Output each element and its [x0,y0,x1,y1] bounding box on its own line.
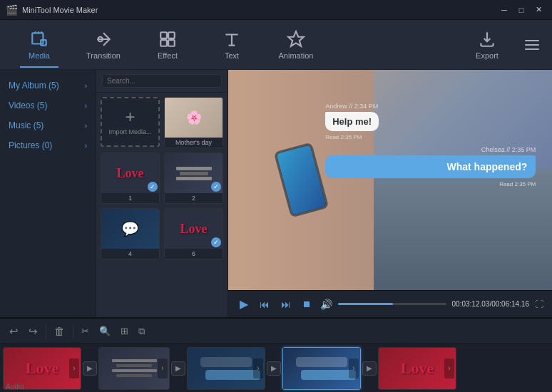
video-background: Andrew // 2:34 PM Help me! Read 2:35 PM … [228,70,552,290]
clip2-label: 2 [165,193,223,203]
media-thumb-clip1[interactable]: Love 1 ✓ [101,153,160,204]
timeline-clip-5[interactable]: Love › [378,347,456,390]
toolbar-item-animation[interactable]: Animation [264,24,328,66]
app-title: MiniTool Movie Maker [22,6,98,14]
maximize-button[interactable]: □ [513,4,529,16]
undo-button[interactable]: ↩ [7,323,21,340]
menu-line-1 [525,40,539,41]
progress-fill [338,303,393,305]
clip1-check-badge: ✓ [148,182,158,192]
toolbar-item-media[interactable]: Media [7,24,71,66]
timeline-clip-4[interactable]: › [282,347,361,390]
chat-sender1: Andrew // 2:34 PM [325,103,536,110]
chat-sender2: Chelsea // 2:35 PM [325,146,536,153]
progress-slider[interactable] [338,303,446,305]
timeline-clip-2[interactable]: › [98,347,170,390]
hamburger-menu-button[interactable] [519,32,545,58]
titlebar-controls: ─ □ ✕ [496,4,546,16]
phone-shape [273,143,329,218]
media-thumb-clip6[interactable]: Love 6 ✓ [164,208,223,259]
toolbar-effect-label: Effect [158,51,178,60]
track-connector-1[interactable]: ▶ [83,361,97,376]
fullscreen-button[interactable]: ⛶ [535,299,543,309]
player-controls: ▶ ⏮ ⏭ ⏹ 🔊 00:03:12.03/00:06:14.16 ⛶ [228,290,552,317]
rewind-button[interactable]: ⏮ [257,297,272,311]
svg-rect-3 [160,32,167,38]
chevron-right-icon-videos: › [85,102,87,110]
chevron-right-icon-album: › [85,82,87,90]
toolbar-item-effect[interactable]: Effect [136,24,200,66]
time-display: 00:03:12.03/00:06:14.16 [452,300,529,308]
sidebar-item-pictures[interactable]: Pictures (0) › [0,135,96,155]
media-icon [30,30,48,48]
clip2-check-badge: ✓ [211,182,221,192]
main-content: My Album (5) › Videos (5) › Music (5) › … [0,70,552,317]
sidebar-pictures-label: Pictures (0) [9,140,52,150]
stop-button[interactable]: ⏹ [300,297,315,311]
loves-text-2: Love [180,222,208,237]
video-preview: Andrew // 2:34 PM Help me! Read 2:35 PM … [228,70,552,290]
cut-button[interactable]: ✂ [79,324,91,339]
zoom-button[interactable]: 🔍 [97,324,113,339]
clip2-arrow: › [158,359,168,378]
delete-button[interactable]: 🗑 [52,323,67,339]
minimize-button[interactable]: ─ [496,4,512,16]
toolbar-text-label: Text [225,51,239,60]
mothers-day-preview: 🌸 [165,98,223,138]
toolbar-item-text[interactable]: Text [200,24,264,66]
search-input[interactable] [102,74,222,88]
chevron-right-icon-music: › [85,122,87,130]
sidebar-my-album-label: My Album (5) [9,81,59,91]
track-connector-4[interactable]: ▶ [362,361,377,376]
clip1-loves-text: Love [26,359,58,378]
media-grid: + Import Media... 🌸 Mother's day Love 1 … [96,93,228,317]
menu-line-3 [525,48,539,50]
import-label: Import Media... [108,128,151,135]
sidebar-item-my-album[interactable]: My Album (5) › [0,76,96,96]
clip5-loves-text: Love [401,359,434,378]
toolbar-item-export[interactable]: Export [455,24,519,66]
svg-marker-7 [288,31,304,46]
timeline-area: ↩ ↪ 🗑 ✂ 🔍 ⊞ ⧉ Love › ▶ › ▶ [0,317,552,392]
sidebar-music-label: Music (5) [9,120,44,130]
close-button[interactable]: ✕ [531,4,546,16]
mothers-day-label: Mother's day [165,138,223,148]
app-icon: 🎬 [6,4,18,16]
clip4-preview: 💬 [101,209,159,249]
toolbar-transition-label: Transition [86,51,121,60]
timeline-toolbar: ↩ ↪ 🗑 ✂ 🔍 ⊞ ⧉ [0,319,552,344]
media-thumb-clip4[interactable]: 💬 4 [101,208,160,259]
titlebar-left: 🎬 MiniTool Movie Maker [6,4,98,16]
timeline-clip-3[interactable]: › [187,347,265,390]
toolbar: Media Transition Effect Text Animation [0,20,552,70]
sidebar: My Album (5) › Videos (5) › Music (5) › … [0,70,96,317]
toolbar-animation-label: Animation [279,51,314,60]
media-thumb-mothers-day[interactable]: 🌸 Mother's day [164,97,223,148]
copy-button[interactable]: ⧉ [136,324,147,339]
redo-button[interactable]: ↪ [26,323,40,340]
volume-icon: 🔊 [320,299,332,310]
toolbar-divider-2 [73,324,73,339]
sidebar-item-music[interactable]: Music (5) › [0,115,96,135]
clip1-label: 1 [101,193,159,203]
plus-icon: + [125,108,135,125]
transition-icon [94,30,113,48]
media-thumb-clip2[interactable]: 2 ✓ [164,153,223,204]
text-icon [223,30,241,48]
export-icon [478,30,496,48]
play-button[interactable]: ▶ [237,296,251,312]
split-button[interactable]: ⊞ [118,324,131,339]
toolbar-item-transition[interactable]: Transition [71,24,136,66]
clip5-arrow: › [444,359,454,378]
track-connector-3[interactable]: ▶ [267,361,281,376]
forward-button[interactable]: ⏭ [278,297,294,311]
media-panel: + Import Media... 🌸 Mother's day Love 1 … [96,70,228,317]
clip6-check-badge: ✓ [211,237,221,247]
import-media-button[interactable]: + Import Media... [101,97,160,147]
track-connector-2[interactable]: ▶ [171,361,185,376]
clip1-arrow: › [69,359,79,378]
clip3-arrow: › [253,359,263,378]
chat-bubble2: What happened? [325,155,536,178]
video-area: Andrew // 2:34 PM Help me! Read 2:35 PM … [228,70,552,317]
sidebar-item-videos[interactable]: Videos (5) › [0,96,96,115]
